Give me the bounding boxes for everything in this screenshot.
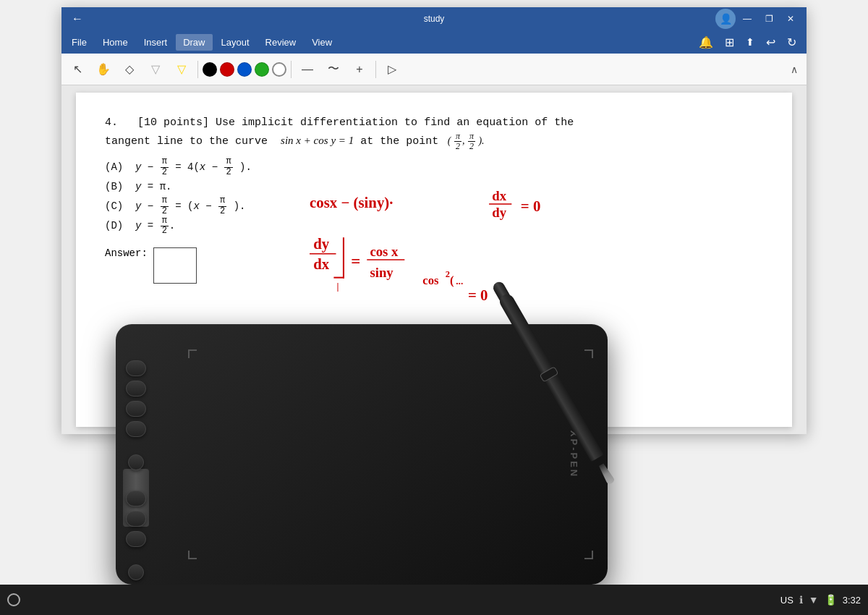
tablet-brand-label: XP-PEN	[568, 430, 579, 478]
share-icon[interactable]: ⬆	[743, 35, 757, 49]
menu-home[interactable]: Home	[95, 34, 135, 51]
problem-point: ( π2, π2 ).	[445, 135, 484, 146]
problem-number: 4.	[105, 116, 131, 129]
titlebar: ← study 👤 — ❐ ✕	[61, 7, 807, 30]
bell-icon[interactable]: 🔔	[696, 34, 716, 51]
insert-tool[interactable]: ▷	[380, 58, 404, 81]
at-the-point-text: at the point	[360, 135, 438, 148]
menu-layout[interactable]: Layout	[214, 34, 257, 51]
choice-c: (C) y − π2 = (x − π2 ).	[105, 196, 763, 216]
choice-a-label: (A) y − π2 = 4(x − π2 ).	[105, 161, 252, 173]
lasso-tool[interactable]: ✋	[92, 58, 115, 81]
menubar-right-icons: 🔔 ⊞ ⬆ ↩ ↻	[696, 34, 804, 51]
taskbar-right: US ℹ ▼ 🔋 3:32	[780, 594, 861, 606]
problem-curve-text: tangent line to the curve	[105, 135, 274, 148]
answer-section: Answer:	[105, 247, 763, 284]
back-button[interactable]: ←	[67, 9, 88, 29]
choice-a: (A) y − π2 = 4(x − π2 ).	[105, 157, 763, 177]
problem-equation: sin x + cos y = 1	[281, 135, 354, 146]
taskbar-clock: 3:32	[843, 595, 861, 606]
menubar: File Home Insert Draw Layout Review View…	[61, 30, 807, 54]
answer-label: Answer:	[105, 247, 148, 259]
taskbar: US ℹ ▼ 🔋 3:32	[0, 585, 868, 615]
color-white[interactable]	[272, 62, 286, 77]
menu-file[interactable]: File	[64, 34, 94, 51]
choices-list: (A) y − π2 = 4(x − π2 ). (B) y = π. (C) …	[105, 157, 763, 236]
choice-c-label: (C) y − π2 = (x − π2 ).	[105, 200, 246, 212]
taskbar-battery-icon: 🔋	[825, 594, 837, 606]
tablet-grip	[123, 469, 149, 527]
restore-button[interactable]: ❐	[759, 9, 779, 29]
color-black[interactable]	[203, 62, 217, 77]
curve-tool[interactable]: 〜	[322, 58, 345, 81]
redo-icon[interactable]: ↻	[784, 34, 799, 51]
document-area: 4. [10 points] Use implicit differentiat…	[61, 85, 807, 434]
taskbar-language: US	[780, 595, 793, 606]
color-green[interactable]	[255, 62, 269, 77]
menu-review[interactable]: Review	[258, 34, 304, 51]
minimize-button[interactable]: —	[737, 9, 757, 29]
document-page: 4. [10 points] Use implicit differentiat…	[76, 93, 792, 427]
problem-instruction: Use implicit differentiation to find an …	[216, 116, 574, 129]
tablet-button-8[interactable]	[128, 564, 144, 580]
taskbar-start[interactable]	[7, 593, 20, 606]
toolbar-collapse-button[interactable]: ∧	[786, 62, 802, 77]
draw-toolbar: ↖ ✋ ◇ ▽ ▽ — 〜 + ▷ ∧	[61, 54, 807, 85]
eraser-tool[interactable]: ◇	[118, 58, 141, 81]
tablet-button-7[interactable]	[126, 531, 146, 547]
tablet-button-6[interactable]	[126, 511, 146, 527]
tablet-button-scroll[interactable]	[128, 454, 144, 470]
choice-b-label: (B) y = π.	[105, 181, 171, 192]
choice-d: (D) y = π2.	[105, 216, 763, 236]
choice-b: (B) y = π.	[105, 177, 763, 197]
color-red[interactable]	[220, 62, 234, 77]
grid-icon[interactable]: ⊞	[722, 34, 737, 51]
close-button[interactable]: ✕	[780, 9, 801, 29]
select-tool[interactable]: ↖	[66, 58, 89, 81]
problem-points: [10 points]	[137, 116, 209, 129]
toolbar-separator-1	[197, 61, 198, 78]
window-title: study	[424, 14, 445, 24]
menu-draw[interactable]: Draw	[176, 34, 212, 51]
svg-text:= 0: = 0	[468, 288, 488, 304]
choice-d-label: (D) y = π2.	[105, 220, 175, 232]
tablet-button-5[interactable]	[126, 491, 146, 506]
user-avatar[interactable]: 👤	[715, 9, 736, 29]
corner-br	[584, 551, 593, 559]
application-window: ← study 👤 — ❐ ✕ File Home Insert Draw La…	[61, 7, 807, 434]
color-blue[interactable]	[237, 62, 252, 77]
pen-tool[interactable]: ▽	[170, 58, 193, 81]
problem-text: 4. [10 points] Use implicit differentiat…	[105, 114, 763, 151]
taskbar-info-icon: ℹ	[799, 594, 803, 606]
line-tool[interactable]: —	[296, 58, 319, 81]
menu-insert[interactable]: Insert	[137, 34, 175, 51]
taskbar-arrow-icon: ▼	[809, 594, 819, 606]
corner-bl	[188, 551, 197, 559]
window-controls: 👤 — ❐ ✕	[715, 9, 801, 29]
pen-tip	[597, 462, 616, 485]
answer-box[interactable]	[153, 247, 197, 284]
toolbar-separator-2	[291, 61, 292, 78]
highlighter-tool[interactable]: ▽	[144, 58, 167, 81]
add-tool[interactable]: +	[348, 58, 371, 81]
toolbar-separator-3	[375, 61, 376, 78]
menu-view[interactable]: View	[305, 34, 339, 51]
undo-icon[interactable]: ↩	[763, 34, 778, 51]
